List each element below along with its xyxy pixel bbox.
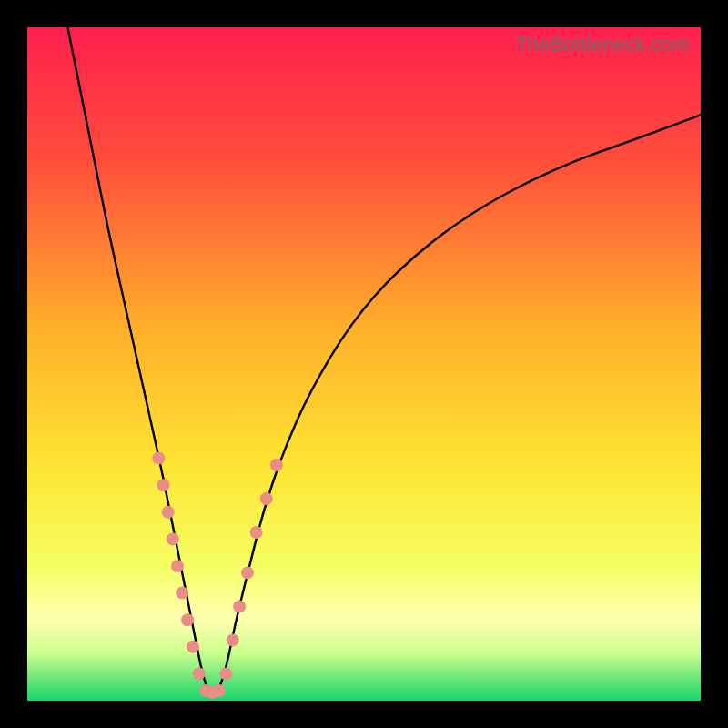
highlight-dot xyxy=(162,506,175,519)
highlight-dot xyxy=(260,492,273,505)
highlight-dots xyxy=(152,452,282,700)
highlight-dot xyxy=(219,667,232,680)
highlight-dot xyxy=(241,566,254,579)
highlight-dot xyxy=(187,641,199,653)
highlight-dot xyxy=(270,459,283,471)
highlight-dot xyxy=(167,532,179,545)
highlight-dot xyxy=(171,560,184,572)
curve-layer xyxy=(27,27,701,701)
highlight-dot xyxy=(152,452,165,465)
plot-area: TheBottleneck.com xyxy=(27,27,701,701)
bottleneck-curve xyxy=(67,27,701,694)
highlight-dot xyxy=(176,587,188,600)
highlight-dot xyxy=(233,600,246,612)
highlight-dot xyxy=(181,613,194,626)
highlight-dot xyxy=(193,667,206,680)
highlight-dot xyxy=(157,479,169,491)
highlight-dot xyxy=(250,526,263,539)
highlight-dot xyxy=(227,633,239,646)
highlight-dot xyxy=(213,684,226,697)
chart-frame: TheBottleneck.com xyxy=(0,0,728,728)
